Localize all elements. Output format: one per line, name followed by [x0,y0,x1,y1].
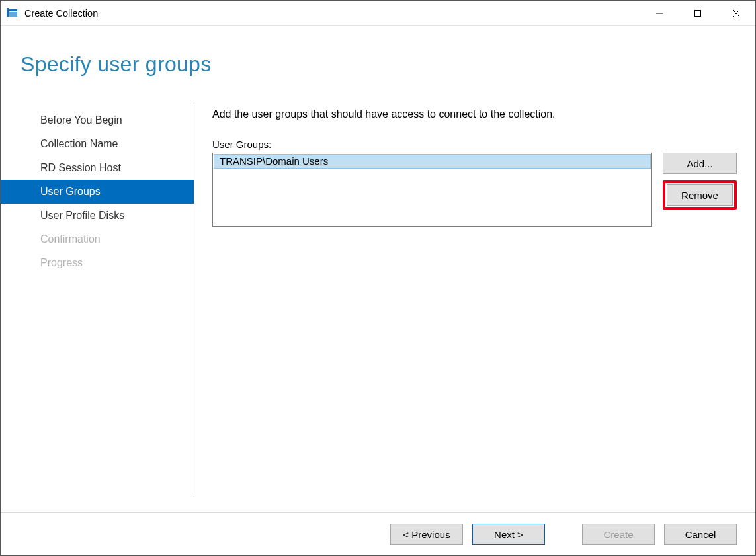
button-label: Add... [687,158,712,169]
content-pane: Add the user groups that should have acc… [212,108,737,227]
wizard-sidebar: Before You Begin Collection Name RD Sess… [22,108,194,275]
svg-rect-1 [9,9,17,11]
svg-rect-0 [7,8,9,17]
sidebar-item-label: User Profile Disks [40,210,124,221]
vertical-divider [194,105,194,495]
sidebar-item-label: Confirmation [40,233,101,245]
button-label: < Previous [403,529,450,540]
window-controls [640,1,755,25]
titlebar: Create Collection [1,1,755,26]
list-item[interactable]: TRANSIP\Domain Users [214,154,651,169]
cancel-button[interactable]: Cancel [664,524,737,545]
previous-button[interactable]: < Previous [390,524,463,545]
sidebar-item-label: Before You Begin [40,114,122,126]
window-title: Create Collection [24,8,98,19]
svg-rect-2 [9,12,17,17]
app-icon [6,7,18,19]
sidebar-item-confirmation: Confirmation [22,227,194,251]
minimize-button[interactable] [640,1,679,25]
create-button: Create [582,524,655,545]
remove-button[interactable]: Remove [667,184,733,206]
sidebar-item-label: RD Session Host [40,162,121,173]
sidebar-item-label: Collection Name [40,138,118,149]
button-label: Create [603,529,633,540]
button-label: Remove [681,190,718,201]
add-button[interactable]: Add... [663,153,737,174]
sidebar-item-collection-name[interactable]: Collection Name [22,132,194,156]
list-item-text: TRANSIP\Domain Users [220,155,328,167]
sidebar-item-label: Progress [40,257,83,268]
sidebar-item-before-you-begin[interactable]: Before You Begin [22,108,194,132]
next-button[interactable]: Next > [472,524,545,545]
sidebar-item-label: User Groups [40,186,101,197]
sidebar-item-rd-session-host[interactable]: RD Session Host [22,156,194,180]
button-label: Cancel [685,529,716,540]
user-groups-label: User Groups: [212,139,737,150]
button-label: Next > [494,529,523,540]
sidebar-item-user-groups[interactable]: User Groups [1,180,194,204]
page-heading: Specify user groups [21,52,212,77]
user-groups-listbox[interactable]: TRANSIP\Domain Users [212,153,652,227]
sidebar-item-user-profile-disks[interactable]: User Profile Disks [22,204,194,227]
svg-rect-4 [695,10,701,16]
maximize-button[interactable] [679,1,717,25]
close-button[interactable] [717,1,755,25]
remove-highlight: Remove [663,180,737,210]
instruction-text: Add the user groups that should have acc… [212,108,737,120]
sidebar-item-progress: Progress [22,251,194,275]
wizard-footer: < Previous Next > Create Cancel [1,513,755,555]
